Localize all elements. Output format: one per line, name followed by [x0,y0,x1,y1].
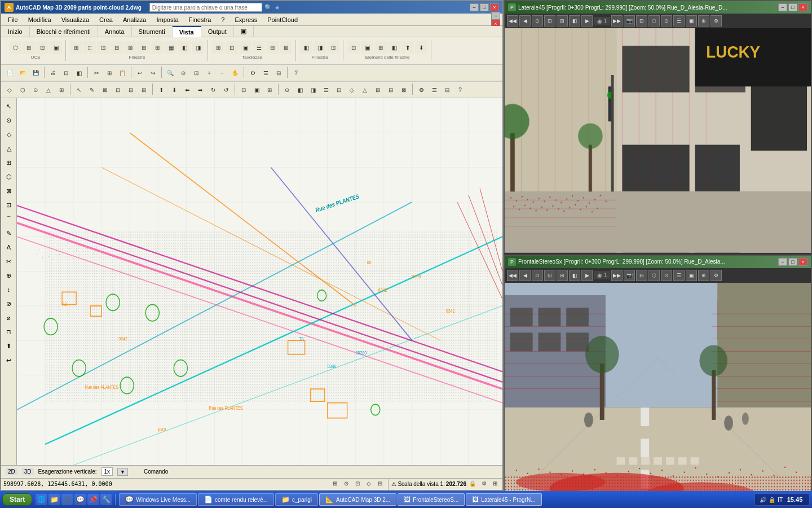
lock-icon[interactable]: 🔒 [467,479,478,489]
tb3-5[interactable]: ⊞ [55,84,68,96]
ptb-top-8[interactable]: ▶▶ [611,15,623,27]
menu-file[interactable]: File [3,15,23,24]
ptb-bot-14[interactable]: ⊕ [698,270,709,281]
ptb-bot-1[interactable]: ◀◀ [507,270,518,281]
tb3-34[interactable]: ? [454,84,466,96]
tb-fin-10[interactable]: ◨ [192,41,204,54]
quicklaunch-ie[interactable]: 🌐 [36,494,47,505]
tb3-9[interactable]: ⊡ [112,84,124,96]
tb2-zoom-in[interactable]: + [203,67,215,79]
ptb-bot-15[interactable]: ⚙ [710,270,722,281]
menu-analizza[interactable]: Analizza [118,15,151,24]
tb-el-5[interactable]: ⬆ [401,41,414,54]
ptb-top-14[interactable]: ⊕ [698,15,709,27]
photo-bottom-close[interactable]: × [798,258,807,266]
tb-tav-5[interactable]: ⊟ [266,41,279,54]
ptb-top-7[interactable]: ▶ [581,15,593,27]
menu-crea[interactable]: Crea [95,15,117,24]
menu-modifica[interactable]: Modifica [24,15,56,24]
taskbar-item-laterale[interactable]: 🖼 Laterale45 - ProgrN... [466,493,541,506]
tb-fin-1[interactable]: ⊞ [70,41,82,54]
tb-fin-9[interactable]: ◧ [178,41,191,54]
menu-finestra[interactable]: Finestra [184,15,216,24]
tool-14[interactable]: ↕ [2,283,16,296]
menu-imposta[interactable]: Imposta [152,15,183,24]
tb3-15[interactable]: ➡ [194,84,206,96]
tb3-24[interactable]: ☰ [320,84,332,96]
tool-18[interactable]: ⬆ [2,339,16,353]
mode-2d[interactable]: 2D [6,468,17,475]
tb-tav-4[interactable]: ☰ [253,41,265,54]
tb3-21[interactable]: ⊙ [281,84,293,96]
ptb-top-3[interactable]: ⊙ [532,15,543,27]
tb2-zoom-out[interactable]: − [216,67,228,79]
tb2-print[interactable]: 🖨 [47,67,59,79]
photo-top-max[interactable]: □ [788,3,797,11]
ptb-bot-4[interactable]: ⊡ [544,270,555,281]
photo-top-close[interactable]: × [798,3,807,11]
ptb-bot-3[interactable]: ⊙ [532,270,543,281]
tb2-publish[interactable]: ◧ [73,67,85,79]
menu-help[interactable]: ? [217,15,229,24]
minimize-button[interactable]: − [470,3,479,11]
statusbar-ortho[interactable]: ⊡ [352,479,363,489]
tb3-6[interactable]: ↖ [73,84,85,96]
tb3-26[interactable]: ◇ [346,84,358,96]
tb2-copy[interactable]: ⊞ [103,67,116,79]
tool-cut[interactable]: ✂ [2,255,16,268]
tb-tav-2[interactable]: ⊡ [226,41,238,54]
tb2-paste[interactable]: 📋 [116,67,129,79]
tb2-preview[interactable]: ⊡ [60,67,72,79]
minimize2-button[interactable]: − [491,12,500,20]
tb-ucs-1[interactable]: ⬡ [9,41,21,54]
tb3-20[interactable]: ⊞ [263,84,276,96]
tb3-8[interactable]: ⊠ [99,84,111,96]
tb-tav-3[interactable]: ▣ [239,41,251,54]
ptb-top-1[interactable]: ◀◀ [507,15,518,27]
tb-fin2-3[interactable]: ⊡ [327,41,339,54]
ptb-top-5[interactable]: ⊞ [557,15,568,27]
tb-fin2-1[interactable]: ◧ [300,41,312,54]
tb-el-4[interactable]: ◧ [388,41,400,54]
tb-fin-5[interactable]: ⊠ [124,41,136,54]
taskbar-item-comte[interactable]: 📄 comte rendu relevé... [198,493,274,506]
tb2-open[interactable]: 📂 [16,67,29,79]
tool-19[interactable]: ↩ [2,353,16,367]
cad-viewport[interactable]: // Points will be generated via position… [17,98,502,465]
ptb-top-10[interactable]: ⬡ [648,15,660,27]
quicklaunch-folder[interactable]: 📁 [48,494,60,505]
ptb-bot-13[interactable]: ▣ [686,270,697,281]
tb2-help[interactable]: ? [290,67,302,79]
ptb-bot-7[interactable]: ▶ [581,270,593,281]
tab-output[interactable]: Output [201,26,234,37]
star-icon[interactable]: ★ [275,5,280,11]
ptb-top-6[interactable]: ◧ [569,15,580,27]
tab-strumenti[interactable]: Strumenti [132,26,173,37]
ptb-top-camera[interactable]: 📷 [624,15,635,27]
ptb-bot-6[interactable]: ◧ [569,270,580,281]
tb3-4[interactable]: △ [42,84,55,96]
tb-el-6[interactable]: ⬇ [415,41,427,54]
photo-top-min[interactable]: − [778,3,787,11]
tb2-layers[interactable]: ☰ [259,67,272,79]
tb2-properties[interactable]: ⚙ [246,67,259,79]
tool-select[interactable]: ↖ [2,99,16,113]
search-input[interactable] [149,3,262,12]
tb-ucs-2[interactable]: ⊞ [23,41,35,54]
tb3-10[interactable]: ⊟ [125,84,137,96]
quicklaunch-5[interactable]: 📌 [87,494,99,505]
tb2-undo[interactable]: ↩ [134,67,146,79]
tb3-19[interactable]: ▣ [250,84,263,96]
tool-7[interactable]: ⊠ [2,184,16,198]
tool-10[interactable]: ✎ [2,226,16,240]
scale-dropdown[interactable]: ▼ [117,468,128,476]
tb2-zoom-prev[interactable]: ⊙ [177,67,189,79]
taskbar-item-messenger[interactable]: 💬 Windows Live Mess... [119,493,197,506]
tb2-new[interactable]: 📄 [3,67,16,79]
tb-fin-7[interactable]: ⊞ [151,41,164,54]
quicklaunch-6[interactable]: 🔧 [100,494,112,505]
tb3-28[interactable]: ⊞ [372,84,384,96]
tb3-1[interactable]: ◇ [3,84,16,96]
tool-8[interactable]: ⊡ [2,198,16,212]
tool-2[interactable]: ⊙ [2,113,16,127]
